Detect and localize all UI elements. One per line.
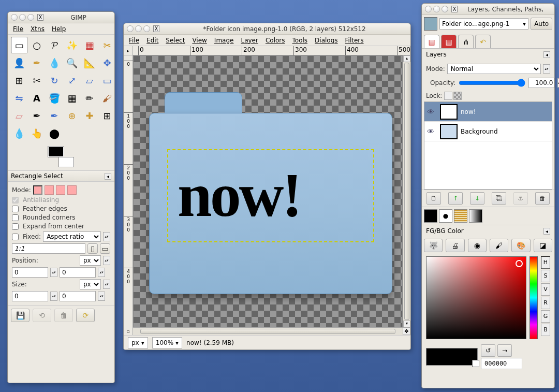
scroll-thumb-h[interactable] [140,329,395,334]
mode-subtract-icon[interactable] [56,185,65,195]
position-unit-select[interactable]: px [80,255,101,266]
rect-select-tool[interactable]: ▭ [11,37,27,53]
maximize-button[interactable] [27,14,34,21]
layer-thumb[interactable] [440,104,458,120]
blue-button[interactable]: B [541,324,550,336]
align-tool[interactable]: ⊞ [11,72,27,89]
layer-row[interactable]: 👁 Background [424,122,552,141]
new-layer-button[interactable]: 🗋 [426,192,441,205]
paths-tab[interactable]: ⋔ [458,35,474,48]
airbrush-tool[interactable]: ✒ [28,107,45,124]
size-h-spinner[interactable]: ▴▾ [98,292,105,301]
green-button[interactable]: G [541,310,550,323]
paths-tool[interactable]: ✒ [28,54,45,71]
horizontal-scrollbar[interactable] [133,327,403,335]
maximize-button[interactable] [442,6,448,12]
minimize-button[interactable] [135,25,142,32]
minimize-button[interactable] [433,6,440,12]
rotate-tool[interactable]: ↻ [46,72,63,89]
rounded-checkbox[interactable] [12,214,19,221]
red-button[interactable]: R [541,297,550,309]
opacity-input[interactable] [528,78,554,88]
clone-tool[interactable]: ⊕ [64,107,80,124]
visibility-icon[interactable]: 👁 [424,108,437,116]
raise-layer-button[interactable]: ↑ [448,192,463,205]
brush-icon[interactable]: 🖌 [490,239,508,252]
current-color-swatch[interactable] [426,348,478,366]
duplicate-layer-button[interactable]: ⿻ [492,192,506,205]
palette-icon[interactable]: 🎨 [511,239,530,252]
fixed-select[interactable]: Aspect ratio [43,231,101,242]
pos-x-spinner[interactable]: ▴▾ [50,268,57,277]
menu-file[interactable]: File [10,24,26,34]
layers-menu-button[interactable]: ◂ [543,51,550,58]
bg-color[interactable] [58,157,74,167]
free-select-tool[interactable]: 𝓟 [46,37,63,53]
close-button[interactable] [11,14,18,21]
mode-replace-icon[interactable] [33,185,42,195]
pos-y-input[interactable] [60,267,96,278]
maximize-button[interactable] [143,25,150,32]
lock-alpha-icon[interactable] [453,92,462,100]
val-button[interactable]: V [541,283,550,296]
visibility-icon[interactable]: 👁 [424,127,437,136]
close-button[interactable] [127,25,134,32]
mode-intersect-icon[interactable] [67,185,77,195]
dodge-burn-tool[interactable]: ⬤ [46,125,63,141]
menu-view[interactable]: View [189,35,210,46]
ruler-horizontal[interactable]: 0 100 200 300 400 500 [133,46,401,55]
mode-spinner[interactable]: ▴▾ [543,64,550,74]
perspective-clone-tool[interactable]: ⊞ [99,107,115,124]
menu-image[interactable]: Image [211,35,237,46]
scroll-down-button[interactable]: ▾ [403,321,410,327]
smudge-tool[interactable]: 👆 [28,125,45,141]
status-zoom-field[interactable]: 100%▾ [152,337,182,349]
minimize-button[interactable] [19,14,26,21]
navigation-button[interactable]: ✥ [403,327,410,335]
size-unit-spinner[interactable]: ▴▾ [103,280,110,289]
ratio-input[interactable] [12,243,85,254]
menu-file[interactable]: File [126,35,142,46]
gradient-preset[interactable] [469,209,482,223]
image-name-select[interactable]: Folder ico...age.png-1▾ [439,18,528,30]
size-w-input[interactable] [12,291,48,301]
lower-layer-button[interactable]: ↓ [470,192,484,205]
color-field[interactable] [426,256,526,339]
lock-pixels-icon[interactable] [444,92,452,100]
hue-button[interactable]: H [541,256,550,269]
tool-options-menu-button[interactable]: ◂ [105,173,111,180]
scroll-thumb[interactable] [404,63,409,320]
zoom-tool[interactable]: 🔍 [64,54,80,71]
scale-tool[interactable]: ⤢ [64,72,80,89]
layers-tab[interactable]: ▤ [424,35,439,48]
landscape-icon[interactable]: ▭ [100,243,110,254]
layer-thumb[interactable] [440,124,458,139]
menu-select[interactable]: Select [163,35,188,46]
foreground-select-tool[interactable]: 👤 [11,54,27,71]
mode-add-icon[interactable] [45,185,54,195]
revert-color-icon[interactable]: ↺ [481,344,495,357]
menu-xtns[interactable]: Xtns [27,24,48,34]
pos-unit-spinner[interactable]: ▴▾ [103,256,110,265]
menu-filters[interactable]: Filters [342,35,367,46]
print-icon[interactable]: 🖨 [446,239,464,252]
vertical-scrollbar[interactable]: ▴ ▾ [403,55,410,327]
bucket-fill-tool[interactable]: 🪣 [46,90,63,106]
crop-tool[interactable]: ✂ [28,72,45,89]
select-by-color-tool[interactable]: ▦ [81,37,98,53]
color-wheel-icon[interactable]: ◉ [468,239,487,252]
status-unit-field[interactable]: px▾ [128,337,148,349]
quickmask-toggle[interactable]: ▫ [124,327,133,335]
layer-name[interactable]: now! [461,108,476,115]
eraser-tool[interactable]: ▱ [11,107,27,124]
ink-tool[interactable]: ✒ [46,107,63,124]
opacity-slider[interactable] [459,79,525,87]
menu-edit[interactable]: Edit [143,35,161,46]
fuzzy-select-tool[interactable]: ✨ [64,37,80,53]
size-w-spinner[interactable]: ▴▾ [50,292,57,301]
paintbrush-tool[interactable]: 🖌 [99,90,115,106]
save-options-button[interactable]: 💾 [11,309,30,322]
size-h-input[interactable] [60,291,96,301]
brush-square[interactable] [424,209,437,223]
scissors-tool[interactable]: ✂ [99,37,115,53]
